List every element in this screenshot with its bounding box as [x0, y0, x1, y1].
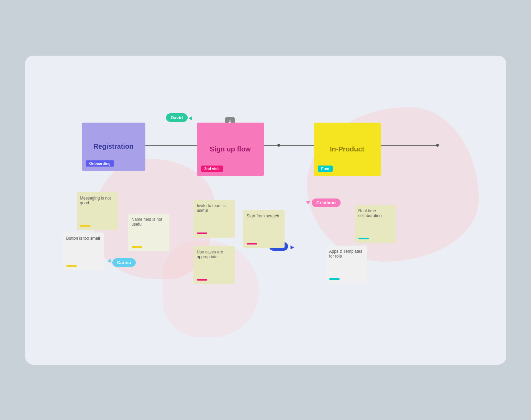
stripe-realtime [358, 238, 369, 239]
card-signup-label: Sign up flow [210, 145, 251, 153]
stripe-apps-templates [329, 278, 340, 280]
sticky-realtime-text: Real-time collaboration [358, 208, 393, 218]
badge-free: Free [318, 166, 333, 172]
card-registration[interactable]: Registration Onboarding [82, 123, 145, 171]
sticky-start-scratch-text: Start from scratch [247, 214, 279, 218]
cursor-arrow-david [188, 116, 193, 122]
sticky-messaging-text: Messaging is not good [80, 196, 114, 205]
card-registration-label: Registration [93, 143, 134, 150]
canvas: ≡ Registration Onboarding Sign up flow 2… [25, 56, 506, 365]
badge-onboarding: Onboarding [86, 160, 114, 167]
stripe-use-cases [197, 279, 207, 281]
sticky-invite-team[interactable]: Invite to team is useful [193, 200, 235, 238]
sticky-name-field-text: Name field is not useful [132, 217, 166, 227]
connector-dot [436, 144, 439, 147]
sticky-name-field[interactable]: Name field is not useful [128, 214, 169, 251]
cursor-label-david: David [166, 113, 188, 122]
sticky-button-small[interactable]: Button is too small [63, 232, 104, 270]
cursor-carina: Carina [108, 258, 136, 267]
card-inproduct[interactable]: In-Product Free [314, 123, 381, 176]
cursor-david: David [166, 113, 193, 122]
cursor-cristiano: Cristiano [307, 198, 341, 207]
stripe-messaging [80, 225, 90, 227]
stripe-invite-team [197, 232, 207, 234]
card-signup[interactable]: Sign up flow 2nd visit [197, 123, 264, 176]
cursor-label-carina: Carina [112, 258, 136, 267]
sticky-use-cases-text: Use cases are appropriate [197, 250, 231, 259]
sticky-use-cases[interactable]: Use cases are appropriate [193, 246, 235, 284]
cursor-arrow-vera [289, 246, 294, 251]
stripe-start-scratch [247, 243, 257, 245]
badge-2nd-visit: 2nd visit [201, 166, 223, 172]
cursor-arrow-cristiano [306, 199, 311, 204]
sticky-start-scratch[interactable]: Start from scratch [243, 210, 285, 248]
sticky-apps-templates[interactable]: Apps & Templates for role [326, 246, 367, 283]
stripe-button-small [66, 265, 77, 267]
sticky-button-small-text: Button is too small [66, 236, 100, 241]
cursor-label-cristiano: Cristiano [312, 198, 341, 207]
card-inproduct-label: In-Product [330, 145, 364, 153]
sticky-invite-team-text: Invite to team is useful [197, 203, 231, 213]
sticky-apps-templates-text: Apps & Templates for role [329, 249, 364, 259]
connector-line [142, 145, 438, 146]
stripe-name-field [132, 246, 142, 248]
sticky-messaging[interactable]: Messaging is not good [77, 192, 118, 230]
sticky-realtime[interactable]: Real-time collaboration [355, 205, 396, 243]
connector-dot [277, 144, 280, 147]
cursor-arrow-carina [107, 259, 112, 264]
